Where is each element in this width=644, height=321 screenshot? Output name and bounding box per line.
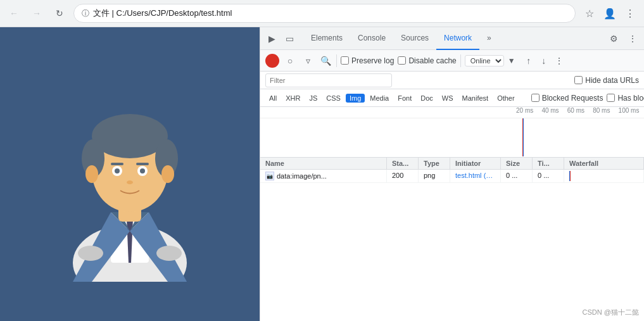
hide-data-urls-checkbox[interactable]: Hide data URLs (574, 76, 639, 85)
filter-input[interactable] (265, 73, 392, 87)
file-type-icon: 📷 (265, 172, 274, 180)
type-other[interactable]: Other (493, 94, 519, 103)
table-header: Name Sta... Type Initiator Size Ti... Wa… (260, 158, 644, 170)
col-waterfall: Waterfall (564, 158, 644, 169)
waterfall-red-bar (570, 171, 571, 181)
menu-button[interactable]: ⋮ (621, 4, 639, 22)
browser-toolbar-icons: ☆ 👤 ⋮ (581, 4, 639, 22)
type-manifest[interactable]: Manifest (458, 94, 493, 103)
devtools-tab-bar: ▶ ▭ Elements Console Sources Network » ⚙… (260, 27, 644, 50)
mark-40ms: 40 ms (541, 107, 559, 114)
mark-80ms: 80 ms (593, 107, 610, 114)
search-icon[interactable]: 🔍 (319, 54, 332, 68)
svg-rect-20 (111, 163, 123, 165)
record-indicator (269, 58, 275, 64)
address-bar-row: ← → ↻ ⓘ 文件 | C:/Users/CJP/Desktop/test.h… (0, 0, 644, 27)
separator (336, 54, 337, 67)
throttle-arrow[interactable]: ▼ (508, 56, 515, 65)
tab-console[interactable]: Console (350, 27, 393, 50)
type-filter-row: All XHR JS CSS Img Media Font Doc WS Man… (260, 89, 644, 107)
network-table: Name Sta... Type Initiator Size Ti... Wa… (260, 158, 644, 321)
type-media[interactable]: Media (366, 94, 393, 103)
table-row[interactable]: 📷 data:image/pn... 200 png test.html (m.… (260, 170, 644, 183)
lock-icon: ⓘ (82, 8, 89, 19)
preserve-log-checkbox[interactable]: Preserve log (341, 56, 394, 65)
svg-rect-21 (136, 163, 149, 165)
row-type: png (419, 170, 450, 182)
type-font[interactable]: Font (394, 94, 415, 103)
csdn-watermark: CSDN @猫十二懿 (583, 308, 639, 317)
mark-100ms: 100 ms (619, 107, 640, 114)
row-initiator[interactable]: test.html (m... (450, 170, 501, 182)
timeline-marks: 20 ms 40 ms 60 ms 80 ms 100 ms (516, 107, 644, 118)
svg-point-14 (85, 165, 98, 183)
mark-60ms: 60 ms (567, 107, 584, 114)
tab-elements[interactable]: Elements (303, 27, 350, 50)
main-content: ▶ ▭ Elements Console Sources Network » ⚙… (0, 27, 644, 321)
col-status: Sta... (387, 158, 419, 169)
filter-row: Hide data URLs (260, 72, 644, 89)
type-all[interactable]: All (265, 94, 281, 103)
svg-point-15 (161, 165, 174, 183)
devtools-inspect-button[interactable]: ▶ (263, 30, 281, 47)
devtools-settings: ⚙ ⋮ (605, 30, 641, 47)
record-button[interactable] (265, 54, 279, 68)
avatar-illustration (47, 66, 212, 282)
svg-point-18 (115, 168, 120, 173)
timeline-ruler: 20 ms 40 ms 60 ms 80 ms 100 ms (260, 107, 644, 118)
reload-button[interactable]: ↻ (51, 4, 68, 22)
import-button[interactable]: ↑ (522, 54, 536, 68)
filter-icon[interactable]: ▿ (301, 54, 315, 68)
separator2 (460, 54, 461, 67)
col-name: Name (260, 158, 387, 169)
settings-icon[interactable]: ⚙ (605, 30, 622, 47)
account-button[interactable]: 👤 (601, 4, 619, 22)
timeline-chart (516, 118, 644, 156)
more-options-icon[interactable]: ⋮ (624, 30, 641, 47)
row-waterfall (564, 170, 644, 182)
devtools-panel: ▶ ▭ Elements Console Sources Network » ⚙… (260, 27, 644, 321)
col-initiator: Initiator (450, 158, 501, 169)
row-size: 0 ... (501, 170, 533, 182)
row-status: 200 (387, 170, 419, 182)
star-button[interactable]: ☆ (581, 4, 598, 22)
type-doc[interactable]: Doc (417, 94, 437, 103)
tab-network[interactable]: Network (436, 27, 479, 50)
network-toolbar: ○ ▿ 🔍 Preserve log Disable cache Online … (260, 50, 644, 72)
type-css[interactable]: CSS (322, 94, 344, 103)
type-xhr[interactable]: XHR (282, 94, 304, 103)
timeline-area: 20 ms 40 ms 60 ms 80 ms 100 ms (260, 107, 644, 158)
type-img[interactable]: Img (346, 94, 365, 103)
type-ws[interactable]: WS (438, 94, 457, 103)
timeline-bar-blue (523, 118, 524, 156)
svg-point-19 (140, 168, 145, 173)
disable-cache-checkbox[interactable]: Disable cache (398, 56, 456, 65)
svg-point-23 (78, 246, 103, 261)
has-blocked-checkbox[interactable]: Has blocked cool (607, 94, 644, 103)
export-button[interactable]: ↓ (537, 54, 551, 68)
col-type: Type (419, 158, 450, 169)
svg-point-24 (156, 246, 182, 261)
address-bar[interactable]: ⓘ 文件 | C:/Users/CJP/Desktop/test.html (73, 4, 576, 23)
forward-button[interactable]: → (28, 4, 46, 22)
throttling-select[interactable]: Online (465, 55, 504, 66)
tab-more[interactable]: » (479, 27, 499, 50)
browser-chrome: ← → ↻ ⓘ 文件 | C:/Users/CJP/Desktop/test.h… (0, 0, 644, 27)
mark-20ms: 20 ms (516, 107, 533, 114)
blocked-requests-checkbox[interactable]: Blocked Requests (531, 94, 603, 103)
row-name: 📷 data:image/pn... (260, 170, 387, 182)
svg-point-22 (127, 180, 133, 184)
row-time: 0 ... (533, 170, 564, 182)
tab-sources[interactable]: Sources (393, 27, 436, 50)
more-network-button[interactable]: ⋮ (552, 54, 566, 68)
clear-button[interactable]: ○ (283, 54, 297, 68)
col-time: Ti... (533, 158, 564, 169)
type-js[interactable]: JS (305, 94, 321, 103)
devtools-device-button[interactable]: ▭ (281, 30, 298, 47)
back-button[interactable]: ← (5, 4, 23, 22)
import-export-buttons: ↑ ↓ ⋮ (522, 54, 566, 68)
col-size: Size (501, 158, 533, 169)
address-text: 文件 | C:/Users/CJP/Desktop/test.html (93, 8, 232, 19)
webpage-preview (0, 27, 260, 321)
